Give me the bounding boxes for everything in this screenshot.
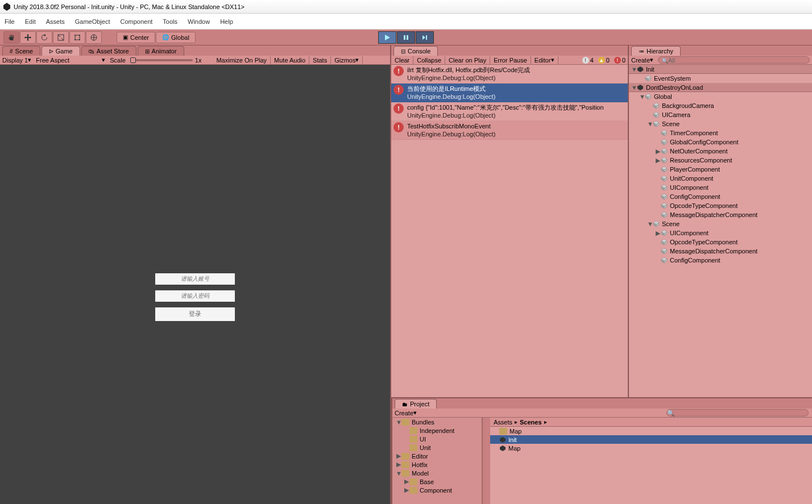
play-button[interactable]	[378, 31, 396, 44]
svg-marker-76	[500, 445, 506, 451]
hierarchy-item[interactable]: OpcodeTypeComponent	[629, 238, 812, 247]
pause-button[interactable]	[397, 31, 415, 44]
password-input[interactable]	[155, 290, 235, 302]
hierarchy-search[interactable]: 🔍All	[658, 56, 810, 64]
hierarchy-create[interactable]: Create ▾	[629, 56, 656, 64]
menu-tools[interactable]: Tools	[163, 18, 177, 25]
hierarchy-item[interactable]: EventSystem	[629, 74, 812, 83]
aspect-dropdown[interactable]: Free Aspect ▾	[34, 56, 107, 64]
menu-file[interactable]: File	[5, 18, 15, 25]
menu-window[interactable]: Window	[188, 18, 210, 25]
hierarchy-item[interactable]: GlobalConfigComponent	[629, 138, 812, 147]
console-log-row[interactable]: !TestHotfixSubscribMonoEventUnityEngine.…	[391, 121, 628, 140]
project-asset-item[interactable]: Map	[490, 427, 812, 435]
transform-tool[interactable]	[86, 31, 102, 44]
project-folder-tree[interactable]: ▼BundlesIndependentUIUnit▶Editor▶Hotfix▼…	[392, 418, 482, 504]
project-folder[interactable]: ▶Editor	[392, 452, 482, 460]
login-button[interactable]: 登录	[155, 307, 235, 321]
hand-tool[interactable]	[3, 31, 19, 44]
stats[interactable]: Stats	[309, 56, 331, 64]
hierarchy-item[interactable]: UICamera	[629, 110, 812, 119]
project-breadcrumb[interactable]: Assets ▸ Scenes ▸	[490, 418, 812, 427]
hierarchy-item[interactable]: BackgroudCamera	[629, 101, 812, 110]
project-folder[interactable]: ▶Component	[392, 486, 482, 494]
hierarchy-item[interactable]: ▶NetOuterComponent	[629, 147, 812, 156]
hierarchy-item[interactable]: UIComponent	[629, 183, 812, 192]
tab-project[interactable]: 🖿 Project	[395, 399, 437, 409]
hierarchy-item[interactable]: ConfigComponent	[629, 192, 812, 201]
project-assets-list[interactable]: MapInitMap	[490, 427, 812, 504]
svg-point-5	[74, 39, 76, 40]
hierarchy-item[interactable]: PlayerComponent	[629, 165, 812, 174]
hierarchy-item[interactable]: ▼Global	[629, 92, 812, 101]
console-clear[interactable]: Clear	[391, 56, 413, 64]
project-search[interactable]: 🔍	[666, 409, 809, 416]
console-collapse[interactable]: Collapse	[413, 56, 445, 64]
project-folder[interactable]: ▼Bundles	[392, 418, 482, 426]
project-folder[interactable]: Unit	[392, 443, 482, 452]
hierarchy-item[interactable]: TimerComponent	[629, 128, 812, 138]
console-editor-dropdown[interactable]: Editor ▾	[531, 56, 558, 64]
project-folder[interactable]: ▼Model	[392, 469, 482, 477]
project-folder[interactable]: Independent	[392, 426, 482, 435]
tab-game[interactable]: ᐅ Game	[42, 46, 80, 56]
project-folder[interactable]: ▶Base	[392, 477, 482, 486]
error-count[interactable]: !0	[612, 57, 628, 64]
hierarchy-item[interactable]: MessageDispatcherComponent	[629, 247, 812, 256]
project-folder[interactable]: ▶Hotfix	[392, 460, 482, 469]
tab-asset-store[interactable]: 🛍 Asset Store	[81, 46, 136, 56]
hierarchy-item[interactable]: OpcodeTypeComponent	[629, 201, 812, 210]
hierarchy-item[interactable]: ▶UIComponent	[629, 228, 812, 238]
folder-icon	[409, 427, 417, 434]
gizmos-dropdown[interactable]: Gizmos ▾	[331, 56, 363, 64]
svg-marker-8	[385, 35, 390, 40]
menu-assets[interactable]: Assets	[46, 18, 65, 25]
project-asset-item[interactable]: Init	[490, 435, 812, 444]
scale-slider[interactable]	[130, 59, 193, 61]
game-view[interactable]: 登录	[0, 65, 390, 504]
hierarchy-item[interactable]: ConfigComponent	[629, 256, 812, 265]
rotate-tool[interactable]	[36, 31, 52, 44]
menu-gameobject[interactable]: GameObject	[75, 18, 110, 25]
console-clear-on-play[interactable]: Clear on Play	[445, 56, 490, 64]
hierarchy-item[interactable]: ▼Scene	[629, 219, 812, 228]
pivot-center-toggle[interactable]: ▣ Center	[117, 32, 155, 43]
tab-hierarchy[interactable]: ≔ Hierarchy	[631, 46, 681, 56]
menu-edit[interactable]: Edit	[25, 18, 36, 25]
project-tree-divider[interactable]	[482, 418, 490, 504]
project-asset-item[interactable]: Map	[490, 444, 812, 452]
folder-icon	[401, 470, 409, 477]
tab-console[interactable]: ⊟ Console	[393, 46, 438, 56]
console-log-list[interactable]: !ilrt 复制Hotfix.dll, Hotfix.pdb到Res/Code完…	[391, 65, 628, 406]
step-button[interactable]	[416, 31, 434, 44]
rect-tool[interactable]	[69, 31, 85, 44]
move-tool[interactable]	[20, 31, 36, 44]
local-global-toggle[interactable]: 🌐 Global	[156, 32, 196, 43]
menu-component[interactable]: Component	[120, 18, 152, 25]
console-log-row[interactable]: !config {"Id":1001,"Name":"米克尔","Desc":"…	[391, 102, 628, 121]
scale-tool[interactable]	[53, 31, 69, 44]
folder-icon	[499, 428, 507, 435]
warn-count[interactable]: ▲0	[596, 57, 612, 64]
project-create[interactable]: Create ▾	[392, 409, 419, 417]
hierarchy-item[interactable]: UnitComponent	[629, 174, 812, 183]
scale-label: Scale	[107, 56, 128, 64]
hierarchy-scene-row[interactable]: ▼DontDestroyOnLoad	[629, 83, 812, 92]
console-log-row[interactable]: !当前使用的是ILRuntime模式UnityEngine.Debug:Log(…	[391, 84, 628, 102]
maximize-on-play[interactable]: Maximize On Play	[213, 56, 271, 64]
project-folder[interactable]: UI	[392, 435, 482, 443]
window-title: Unity 2018.3.0f2 Personal - Init.unity -…	[14, 3, 245, 10]
console-log-row[interactable]: !ilrt 复制Hotfix.dll, Hotfix.pdb到Res/Code完…	[391, 65, 628, 84]
info-count[interactable]: !4	[580, 57, 596, 64]
menu-help[interactable]: Help	[220, 18, 233, 25]
mute-audio[interactable]: Mute Audio	[271, 56, 309, 64]
tab-scene[interactable]: # Scene	[2, 46, 40, 56]
username-input[interactable]	[155, 273, 235, 285]
tab-animator[interactable]: ⊞ Animator	[138, 46, 184, 56]
hierarchy-scene-row[interactable]: ▼Init	[629, 65, 812, 74]
hierarchy-item[interactable]: ▼Scene	[629, 119, 812, 128]
console-error-pause[interactable]: Error Pause	[490, 56, 531, 64]
hierarchy-item[interactable]: MessageDispatcherComponent	[629, 210, 812, 219]
hierarchy-item[interactable]: ▶ResourcesComponent	[629, 156, 812, 165]
display-dropdown[interactable]: Display 1 ▾	[0, 56, 34, 64]
